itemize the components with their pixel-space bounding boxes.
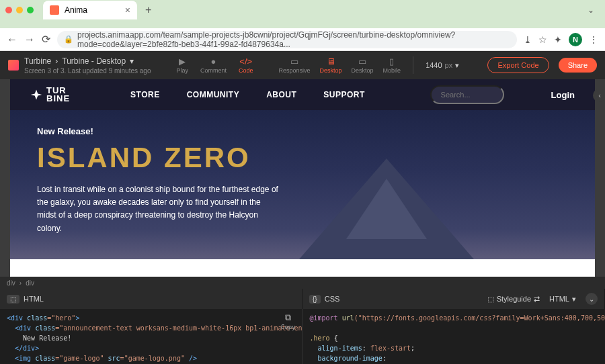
html-badge-icon: ⬚ (7, 295, 19, 304)
forward-button[interactable]: → (24, 34, 35, 46)
anima-logo-icon[interactable] (8, 60, 19, 71)
copy-button[interactable]: ⧉ Copy (281, 312, 296, 330)
html-tab[interactable]: ⬚ HTML (0, 289, 302, 309)
dropdown-icon[interactable]: ▾ (130, 56, 134, 66)
search-input[interactable] (430, 85, 504, 104)
play-icon: ▶ (179, 56, 186, 66)
chevron-down-icon: ▾ (455, 61, 459, 70)
device-desktop-2[interactable]: ▭ Desktop (352, 56, 374, 74)
desktop-icon: ▭ (358, 56, 366, 66)
anima-toolbar: Turbine › Turbine - Desktop ▾ Screen 3 o… (0, 51, 605, 79)
collapse-side-button[interactable]: ‹ (593, 89, 605, 102)
browser-tab[interactable]: Anima × (43, 1, 137, 19)
mountain-graphic (299, 158, 474, 259)
device-responsive[interactable]: ▭ Responsive (279, 56, 311, 74)
site-navbar: TUR BINE STORE COMMUNITY ABOUT SUPPORT L… (10, 79, 595, 110)
address-bar: ← → ⟳ 🔒 projects.animaapp.com/team/sampl… (0, 28, 605, 51)
install-icon[interactable]: ⤓ (524, 34, 532, 45)
tab-bar: Anima × + ⌄ (0, 0, 605, 20)
styleguide-button[interactable]: ⬚ Styleguide ⇄ (487, 295, 540, 304)
nav-about[interactable]: ABOUT (266, 90, 296, 99)
favicon-icon (50, 5, 59, 15)
canvas-width[interactable]: 1440 px ▾ (426, 61, 459, 70)
preview-canvas: TUR BINE STORE COMMUNITY ABOUT SUPPORT L… (10, 79, 595, 277)
device-switcher: ▭ Responsive 🖥 Desktop ▭ Desktop ▯ Mobil… (279, 56, 401, 74)
play-button[interactable]: ▶ Play (176, 56, 188, 74)
nav-store[interactable]: STORE (130, 90, 160, 99)
responsive-icon: ▭ (290, 56, 298, 66)
css-tab[interactable]: {} CSS ⬚ Styleguide ⇄ HTML ▾ ⌄ (302, 289, 605, 309)
crumb-screen[interactable]: Turbine - Desktop (62, 56, 126, 66)
device-desktop[interactable]: 🖥 Desktop (320, 56, 342, 74)
reload-button[interactable]: ⟳ (42, 33, 50, 46)
path-seg[interactable]: div (7, 279, 15, 287)
export-code-button[interactable]: Export Code (487, 57, 549, 73)
comment-button[interactable]: ● Comment (200, 56, 227, 74)
html-code-panel[interactable]: ⧉ Copy <div class="hero"> <div class="an… (0, 309, 302, 364)
nav-links: STORE COMMUNITY ABOUT SUPPORT (130, 90, 365, 99)
new-tab-button[interactable]: + (141, 4, 155, 16)
code-panels: ⧉ Copy <div class="hero"> <div class="an… (0, 309, 605, 364)
swap-icon: ⇄ (534, 295, 540, 304)
code-button[interactable]: </> Code (239, 56, 253, 74)
preview-wrap: TUR BINE STORE COMMUNITY ABOUT SUPPORT L… (0, 79, 605, 277)
code-panel-tabs: ⬚ HTML {} CSS ⬚ Styleguide ⇄ HTML ▾ ⌄ (0, 289, 605, 309)
styleguide-icon: ⬚ (487, 295, 494, 304)
chevron-right-icon: › (19, 279, 22, 287)
comment-icon: ● (211, 56, 216, 66)
nav-support[interactable]: SUPPORT (323, 90, 365, 99)
divider (413, 56, 413, 74)
breadcrumb: Turbine › Turbine - Desktop ▾ Screen 3 o… (24, 56, 151, 75)
site-logo[interactable]: TUR BINE (30, 87, 70, 102)
crumb-project[interactable]: Turbine (24, 56, 51, 66)
url-text: projects.animaapp.com/team/sample-projec… (77, 30, 510, 49)
extensions-icon[interactable]: ✦ (554, 34, 562, 45)
close-tab-icon[interactable]: × (125, 5, 130, 15)
language-select[interactable]: HTML ▾ (549, 295, 576, 304)
code-icon: </> (239, 56, 252, 66)
chevron-down-icon: ▾ (572, 295, 576, 304)
nav-community[interactable]: COMMUNITY (187, 90, 240, 99)
lock-icon: 🔒 (64, 35, 73, 44)
menu-icon[interactable]: ⋮ (589, 34, 598, 45)
hero-label: New Release! (37, 126, 568, 136)
turbine-logo-icon (30, 89, 42, 101)
crumb-subtitle: Screen 3 of 3. Last updated 9 minutes ag… (24, 67, 151, 75)
hero-section: New Release! ISLAND ZERO Lost in transit… (10, 110, 595, 259)
device-mobile[interactable]: ▯ Mobile (383, 56, 401, 74)
share-button[interactable]: Share (559, 58, 597, 73)
tab-title: Anima (65, 5, 87, 15)
css-code-panel[interactable]: @import url("https://fonts.googleapis.co… (302, 309, 606, 364)
mode-actions: ▶ Play ● Comment </> Code (176, 56, 253, 74)
tabs-menu-icon[interactable]: ⌄ (582, 5, 600, 15)
path-seg[interactable]: div (26, 279, 34, 287)
window-controls (5, 7, 34, 13)
back-button[interactable]: ← (7, 34, 17, 46)
css-badge-icon: {} (309, 295, 321, 304)
chevron-right-icon: › (55, 56, 58, 66)
close-window-icon[interactable] (5, 7, 12, 13)
desktop-icon: 🖥 (327, 56, 335, 66)
star-icon[interactable]: ☆ (538, 34, 547, 45)
hero-description: Lost in transit while on a colonist ship… (37, 183, 279, 235)
collapse-panel-button[interactable]: ⌄ (586, 293, 598, 305)
copy-icon: ⧉ (285, 312, 291, 323)
maximize-window-icon[interactable] (27, 7, 34, 13)
profile-avatar[interactable]: N (569, 33, 582, 46)
browser-chrome: Anima × + ⌄ (0, 0, 605, 28)
element-path: div › div (0, 277, 605, 289)
url-input[interactable]: 🔒 projects.animaapp.com/team/sample-proj… (57, 31, 517, 48)
login-link[interactable]: Login (551, 90, 575, 100)
mobile-icon: ▯ (389, 56, 394, 66)
hero-spacer (10, 259, 595, 277)
minimize-window-icon[interactable] (16, 7, 23, 13)
browser-actions: ⤓ ☆ ✦ N ⋮ (524, 33, 598, 46)
